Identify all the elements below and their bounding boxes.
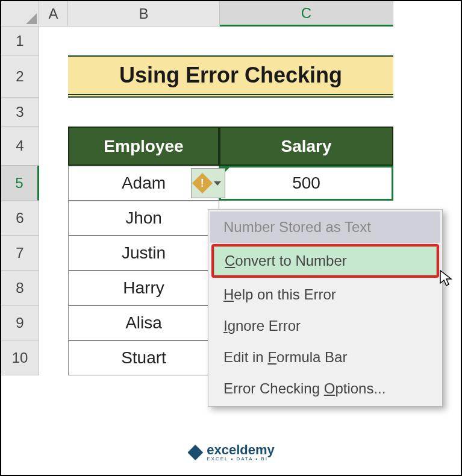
cell-area: Using Error Checking Employee Salary Ada… xyxy=(39,27,461,475)
menu-ignore-error[interactable]: Ignore Error xyxy=(210,310,440,342)
row-header-3[interactable]: 3 xyxy=(1,98,39,127)
row-header-1[interactable]: 1 xyxy=(1,27,39,55)
column-header-b[interactable]: B xyxy=(68,1,220,27)
cell-b9[interactable]: Alisa xyxy=(68,305,219,340)
column-header-c[interactable]: C xyxy=(220,1,393,27)
menu-convert-label: onvert to Number xyxy=(235,252,346,269)
row-header-8[interactable]: 8 xyxy=(1,271,39,305)
warning-diamond-icon: ! xyxy=(192,173,213,193)
title-banner[interactable]: Using Error Checking xyxy=(68,55,393,98)
row-header-5[interactable]: 5 xyxy=(1,166,39,201)
column-header-a[interactable]: A xyxy=(39,1,68,27)
row-header-4[interactable]: 4 xyxy=(1,127,39,166)
menu-error-checking-options[interactable]: Error Checking Options... xyxy=(210,373,440,404)
mouse-cursor-icon xyxy=(440,270,453,290)
cell-b8[interactable]: Harry xyxy=(68,271,219,305)
cell-c5-value: 500 xyxy=(292,174,320,193)
row-header-9[interactable]: 9 xyxy=(1,305,39,340)
row-header-10[interactable]: 10 xyxy=(1,340,39,375)
row-header-6[interactable]: 6 xyxy=(1,201,39,236)
select-all-triangle-icon xyxy=(26,13,37,24)
menu-edit-formula-bar[interactable]: Edit in Formula Bar xyxy=(210,342,440,373)
brand-logo-icon xyxy=(187,445,203,460)
brand-tagline: EXCEL • DATA • BI xyxy=(207,457,275,462)
cell-b6[interactable]: Jhon xyxy=(68,201,219,236)
cell-c5-active[interactable]: 500 xyxy=(219,166,393,201)
menu-convert-to-number[interactable]: Convert to Number xyxy=(211,244,439,278)
dropdown-arrow-icon xyxy=(214,181,221,186)
cell-b10[interactable]: Stuart xyxy=(68,340,219,375)
row-header-2[interactable]: 2 xyxy=(1,55,39,98)
spreadsheet-grid: A B C 1 2 3 4 5 6 7 8 9 10 Using Error C… xyxy=(1,1,461,475)
table-header-salary[interactable]: Salary xyxy=(219,127,393,166)
error-smart-tag-button[interactable]: ! xyxy=(191,168,225,198)
watermark: exceldemy EXCEL • DATA • BI xyxy=(187,443,275,462)
cell-b7[interactable]: Justin xyxy=(68,236,219,271)
exclamation-icon: ! xyxy=(201,177,204,190)
brand-name: exceldemy xyxy=(207,443,275,457)
select-all-corner[interactable] xyxy=(1,1,39,27)
table-header-employee[interactable]: Employee xyxy=(68,127,219,166)
menu-error-title: Number Stored as Text xyxy=(210,211,440,243)
error-context-menu: Number Stored as Text Convert to Number … xyxy=(208,209,443,407)
row-header-7[interactable]: 7 xyxy=(1,236,39,271)
menu-help-on-error[interactable]: Help on this Error xyxy=(210,279,440,310)
